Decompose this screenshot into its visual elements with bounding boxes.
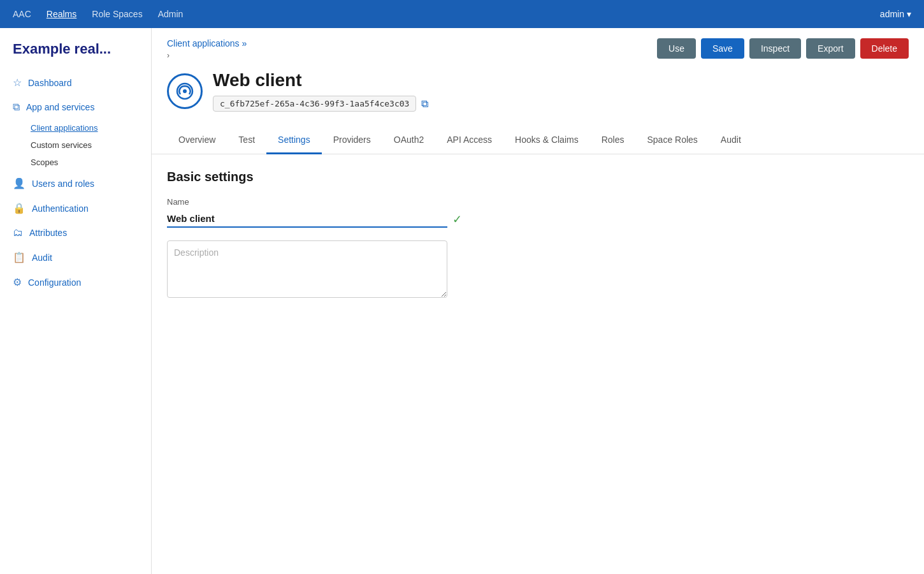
content-header: Client applications » › Use Save Inspect… — [152, 28, 924, 60]
sidebar-submenu-client-applications[interactable]: Client applications — [31, 119, 151, 136]
sidebar-item-label-config: Configuration — [28, 277, 81, 288]
tab-audit[interactable]: Audit — [709, 127, 753, 154]
sidebar-submenu-custom-services[interactable]: Custom services — [31, 136, 151, 154]
user-label: admin — [880, 9, 904, 19]
valid-check-icon: ✓ — [452, 212, 462, 226]
tab-test[interactable]: Test — [227, 127, 266, 154]
tab-roles[interactable]: Roles — [590, 127, 636, 154]
lock-icon: 🔒 — [13, 202, 25, 214]
topnav-links: AAC Realms Role Spaces Admin — [13, 9, 880, 19]
action-buttons: Use Save Inspect Export Delete — [657, 38, 909, 59]
description-textarea[interactable] — [167, 240, 447, 298]
open-source-icon — [175, 81, 195, 101]
use-button[interactable]: Use — [657, 38, 696, 59]
chevron-down-icon: ▾ — [907, 9, 911, 19]
name-label: Name — [167, 197, 909, 207]
name-input-row: ✓ — [167, 210, 909, 228]
client-name: Web client — [213, 70, 428, 91]
settings-content: Basic settings Name ✓ — [152, 154, 924, 328]
sidebar: Example real... ☆ Dashboard ⧉ App and se… — [0, 28, 152, 574]
sidebar-item-label-app: App and services — [26, 102, 94, 112]
sidebar-submenu-scopes[interactable]: Scopes — [31, 154, 151, 171]
client-title-section: Web client c_6fb725ef-265a-4c36-99f3-1aa… — [152, 60, 924, 122]
sidebar-item-users-and-roles[interactable]: 👤 Users and roles — [0, 171, 151, 196]
svg-point-1 — [183, 89, 187, 93]
description-field — [167, 240, 909, 300]
save-button[interactable]: Save — [701, 38, 744, 59]
tab-providers[interactable]: Providers — [322, 127, 382, 154]
app-services-icon: ⧉ — [13, 101, 20, 113]
section-title: Basic settings — [167, 170, 909, 184]
audit-icon: 📋 — [13, 251, 25, 263]
sidebar-item-label-audit: Audit — [32, 253, 52, 263]
tab-oauth2[interactable]: OAuth2 — [382, 127, 435, 154]
sidebar-item-label-dashboard: Dashboard — [28, 78, 72, 88]
sidebar-item-authentication[interactable]: 🔒 Authentication — [0, 196, 151, 221]
copy-icon[interactable]: ⧉ — [421, 98, 428, 110]
main-content: Client applications » › Use Save Inspect… — [152, 28, 924, 574]
sidebar-item-label-users: Users and roles — [32, 179, 94, 189]
users-icon: 👤 — [13, 177, 25, 189]
top-navigation: AAC Realms Role Spaces Admin admin ▾ — [0, 0, 924, 28]
sidebar-item-app-and-services[interactable]: ⧉ App and services — [0, 95, 151, 119]
topnav-rolespaces[interactable]: Role Spaces — [92, 9, 142, 19]
dashboard-icon: ☆ — [13, 77, 22, 89]
tab-overview[interactable]: Overview — [167, 127, 227, 154]
tab-settings[interactable]: Settings — [266, 127, 322, 154]
inspect-button[interactable]: Inspect — [749, 38, 801, 59]
config-icon: ⚙ — [13, 276, 22, 288]
attributes-icon: 🗂 — [13, 227, 23, 239]
tab-space-roles[interactable]: Space Roles — [635, 127, 709, 154]
client-id-row: c_6fb725ef-265a-4c36-99f3-1aa5f4ce3c03 ⧉ — [213, 96, 428, 112]
tab-bar: Overview Test Settings Providers OAuth2 … — [152, 127, 924, 154]
name-input[interactable] — [167, 210, 447, 228]
breadcrumb[interactable]: Client applications » — [167, 38, 247, 48]
sidebar-item-audit[interactable]: 📋 Audit — [0, 245, 151, 270]
sidebar-item-dashboard[interactable]: ☆ Dashboard — [0, 70, 151, 95]
sidebar-item-configuration[interactable]: ⚙ Configuration — [0, 270, 151, 295]
app-services-submenu: Client applications Custom services Scop… — [0, 119, 151, 171]
delete-button[interactable]: Delete — [860, 38, 909, 59]
name-field: Name ✓ — [167, 197, 909, 228]
sidebar-item-label-attributes: Attributes — [29, 228, 67, 238]
tab-api-access[interactable]: API Access — [435, 127, 503, 154]
topnav-aac[interactable]: AAC — [13, 9, 31, 19]
sidebar-item-attributes[interactable]: 🗂 Attributes — [0, 221, 151, 245]
client-id: c_6fb725ef-265a-4c36-99f3-1aa5f4ce3c03 — [213, 96, 416, 112]
sidebar-item-label-auth: Authentication — [32, 203, 89, 214]
client-info: Web client c_6fb725ef-265a-4c36-99f3-1aa… — [213, 70, 428, 112]
export-button[interactable]: Export — [806, 38, 855, 59]
user-menu[interactable]: admin ▾ — [880, 9, 911, 19]
sidebar-realm-title: Example real... — [0, 41, 151, 70]
breadcrumb-section: Client applications » › — [167, 38, 247, 60]
client-icon — [167, 73, 203, 109]
topnav-realms[interactable]: Realms — [47, 9, 76, 19]
breadcrumb-chevron-icon: › — [167, 51, 247, 60]
topnav-admin[interactable]: Admin — [158, 9, 184, 19]
tab-hooks-claims[interactable]: Hooks & Claims — [503, 127, 590, 154]
